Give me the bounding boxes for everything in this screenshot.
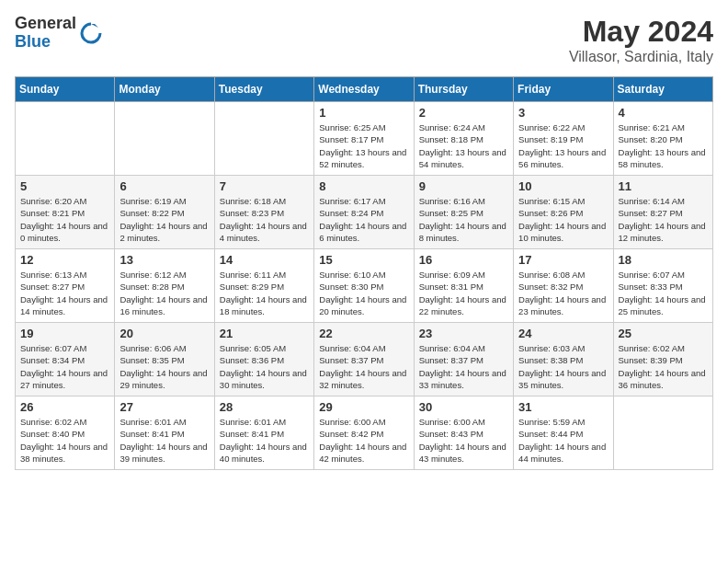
day-number: 19: [20, 327, 109, 340]
day-info: Sunrise: 6:19 AMSunset: 8:22 PMDaylight:…: [119, 195, 209, 244]
calendar-cell: 8Sunrise: 6:17 AMSunset: 8:24 PMDaylight…: [314, 176, 414, 249]
day-info: Sunrise: 6:03 AMSunset: 8:38 PMDaylight:…: [518, 342, 608, 391]
day-info: Sunrise: 6:08 AMSunset: 8:32 PMDaylight:…: [518, 269, 608, 317]
calendar-cell: 3Sunrise: 6:22 AMSunset: 8:19 PMDaylight…: [514, 102, 613, 176]
calendar-cell: [613, 396, 712, 470]
calendar-cell: 11Sunrise: 6:14 AMSunset: 8:27 PMDayligh…: [613, 176, 712, 249]
calendar-cell: 9Sunrise: 6:16 AMSunset: 8:25 PMDaylight…: [414, 176, 513, 249]
day-info: Sunrise: 6:04 AMSunset: 8:37 PMDaylight:…: [319, 342, 408, 391]
day-number: 25: [619, 327, 708, 340]
day-header: Thursday: [414, 77, 513, 102]
day-number: 3: [518, 106, 608, 120]
calendar-cell: 2Sunrise: 6:24 AMSunset: 8:18 PMDaylight…: [414, 102, 513, 176]
calendar-cell: 6Sunrise: 6:19 AMSunset: 8:22 PMDaylight…: [115, 176, 214, 249]
calendar-cell: 21Sunrise: 6:05 AMSunset: 8:36 PMDayligh…: [214, 323, 313, 396]
day-number: 23: [419, 327, 508, 340]
day-number: 10: [518, 179, 608, 193]
day-number: 16: [419, 253, 508, 267]
calendar-cell: 18Sunrise: 6:07 AMSunset: 8:33 PMDayligh…: [613, 249, 712, 323]
day-info: Sunrise: 6:14 AMSunset: 8:27 PMDaylight:…: [619, 195, 708, 244]
calendar-cell: 13Sunrise: 6:12 AMSunset: 8:28 PMDayligh…: [115, 249, 214, 323]
day-number: 14: [220, 253, 309, 267]
calendar-cell: [115, 102, 214, 176]
calendar-cell: 26Sunrise: 6:02 AMSunset: 8:40 PMDayligh…: [16, 396, 115, 470]
day-info: Sunrise: 6:02 AMSunset: 8:40 PMDaylight:…: [20, 416, 109, 465]
day-number: 9: [419, 179, 508, 193]
calendar-cell: 28Sunrise: 6:01 AMSunset: 8:41 PMDayligh…: [214, 396, 313, 470]
day-info: Sunrise: 6:15 AMSunset: 8:26 PMDaylight:…: [518, 195, 608, 244]
calendar-cell: 27Sunrise: 6:01 AMSunset: 8:41 PMDayligh…: [115, 396, 214, 470]
day-info: Sunrise: 6:13 AMSunset: 8:27 PMDaylight:…: [20, 269, 109, 317]
day-number: 22: [319, 327, 408, 340]
calendar-cell: 7Sunrise: 6:18 AMSunset: 8:23 PMDaylight…: [214, 176, 313, 249]
day-info: Sunrise: 6:22 AMSunset: 8:19 PMDaylight:…: [518, 121, 608, 170]
day-info: Sunrise: 6:11 AMSunset: 8:29 PMDaylight:…: [220, 269, 309, 317]
day-info: Sunrise: 6:18 AMSunset: 8:23 PMDaylight:…: [220, 195, 309, 244]
day-info: Sunrise: 6:17 AMSunset: 8:24 PMDaylight:…: [319, 195, 408, 244]
day-number: 13: [119, 253, 209, 267]
title-block: May 2024 Villasor, Sardinia, Italy: [569, 15, 713, 65]
day-number: 5: [20, 179, 109, 193]
calendar-cell: 4Sunrise: 6:21 AMSunset: 8:20 PMDaylight…: [613, 102, 712, 176]
calendar-cell: 19Sunrise: 6:07 AMSunset: 8:34 PMDayligh…: [16, 323, 115, 396]
month-title: May 2024: [569, 15, 713, 49]
day-number: 1: [319, 106, 408, 120]
calendar-cell: 31Sunrise: 5:59 AMSunset: 8:44 PMDayligh…: [514, 396, 613, 470]
calendar-cell: 29Sunrise: 6:00 AMSunset: 8:42 PMDayligh…: [314, 396, 414, 470]
day-info: Sunrise: 6:07 AMSunset: 8:34 PMDaylight:…: [20, 342, 109, 391]
calendar-cell: 16Sunrise: 6:09 AMSunset: 8:31 PMDayligh…: [414, 249, 513, 323]
day-number: 6: [119, 179, 209, 193]
calendar-cell: [214, 102, 313, 176]
day-info: Sunrise: 6:21 AMSunset: 8:20 PMDaylight:…: [619, 121, 708, 170]
day-info: Sunrise: 6:20 AMSunset: 8:21 PMDaylight:…: [20, 195, 109, 244]
day-info: Sunrise: 5:59 AMSunset: 8:44 PMDaylight:…: [518, 416, 608, 465]
day-number: 29: [319, 400, 408, 414]
day-number: 15: [319, 253, 408, 267]
calendar-cell: 12Sunrise: 6:13 AMSunset: 8:27 PMDayligh…: [16, 249, 115, 323]
day-info: Sunrise: 6:06 AMSunset: 8:35 PMDaylight:…: [119, 342, 209, 391]
calendar-cell: 22Sunrise: 6:04 AMSunset: 8:37 PMDayligh…: [314, 323, 414, 396]
day-info: Sunrise: 6:25 AMSunset: 8:17 PMDaylight:…: [319, 121, 408, 170]
day-number: 20: [119, 327, 209, 340]
day-number: 2: [419, 106, 508, 120]
calendar-cell: 15Sunrise: 6:10 AMSunset: 8:30 PMDayligh…: [314, 249, 414, 323]
calendar-cell: 10Sunrise: 6:15 AMSunset: 8:26 PMDayligh…: [514, 176, 613, 249]
logo-icon: [78, 20, 104, 46]
calendar-cell: 17Sunrise: 6:08 AMSunset: 8:32 PMDayligh…: [514, 249, 613, 323]
day-number: 7: [220, 179, 309, 193]
day-number: 8: [319, 179, 408, 193]
day-info: Sunrise: 6:01 AMSunset: 8:41 PMDaylight:…: [119, 416, 209, 465]
day-number: 18: [619, 253, 708, 267]
day-number: 31: [518, 400, 608, 414]
calendar-cell: 1Sunrise: 6:25 AMSunset: 8:17 PMDaylight…: [314, 102, 414, 176]
calendar-cell: [16, 102, 115, 176]
calendar-cell: 20Sunrise: 6:06 AMSunset: 8:35 PMDayligh…: [115, 323, 214, 396]
day-header: Sunday: [16, 77, 115, 102]
day-info: Sunrise: 6:16 AMSunset: 8:25 PMDaylight:…: [419, 195, 508, 244]
calendar-cell: 24Sunrise: 6:03 AMSunset: 8:38 PMDayligh…: [514, 323, 613, 396]
logo-blue-text: Blue: [15, 32, 51, 51]
day-number: 30: [419, 400, 508, 414]
day-info: Sunrise: 6:10 AMSunset: 8:30 PMDaylight:…: [319, 269, 408, 317]
day-info: Sunrise: 6:09 AMSunset: 8:31 PMDaylight:…: [419, 269, 508, 317]
day-number: 4: [619, 106, 708, 120]
calendar-cell: 5Sunrise: 6:20 AMSunset: 8:21 PMDaylight…: [16, 176, 115, 249]
day-number: 17: [518, 253, 608, 267]
day-number: 28: [220, 400, 309, 414]
calendar-cell: 14Sunrise: 6:11 AMSunset: 8:29 PMDayligh…: [214, 249, 313, 323]
logo: General Blue: [15, 15, 104, 52]
day-info: Sunrise: 6:05 AMSunset: 8:36 PMDaylight:…: [220, 342, 309, 391]
day-number: 12: [20, 253, 109, 267]
day-info: Sunrise: 6:00 AMSunset: 8:42 PMDaylight:…: [319, 416, 408, 465]
location-title: Villasor, Sardinia, Italy: [569, 49, 713, 65]
day-header: Wednesday: [314, 77, 414, 102]
day-number: 24: [518, 327, 608, 340]
page-header: General Blue May 2024 Villasor, Sardinia…: [15, 15, 713, 65]
day-header: Friday: [514, 77, 613, 102]
day-number: 26: [20, 400, 109, 414]
day-info: Sunrise: 6:02 AMSunset: 8:39 PMDaylight:…: [619, 342, 708, 391]
calendar-table: SundayMondayTuesdayWednesdayThursdayFrid…: [15, 76, 713, 470]
day-info: Sunrise: 6:00 AMSunset: 8:43 PMDaylight:…: [419, 416, 508, 465]
day-number: 11: [619, 179, 708, 193]
day-number: 27: [119, 400, 209, 414]
